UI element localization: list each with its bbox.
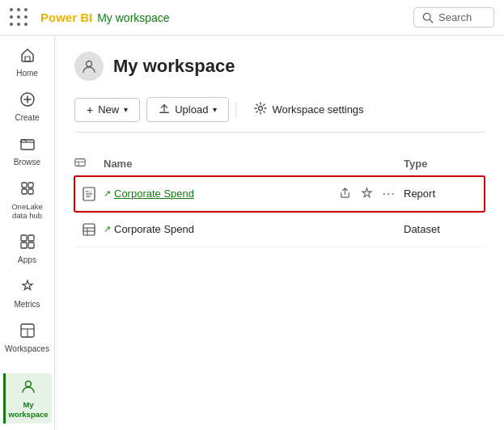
upload-button[interactable]: Upload ▾ <box>146 97 229 122</box>
sidebar-item-browse[interactable]: Browse <box>3 131 52 172</box>
sidebar-item-browse-label: Browse <box>14 158 40 167</box>
search-icon <box>422 12 434 23</box>
svg-rect-9 <box>22 189 27 194</box>
svg-rect-23 <box>75 159 85 167</box>
workspace-settings-button[interactable]: Workspace settings <box>243 97 375 122</box>
linked-indicator-2: ↗ <box>104 224 111 234</box>
svg-point-22 <box>259 107 263 111</box>
upload-icon <box>159 103 170 116</box>
toolbar: + New ▾ Upload ▾ <box>74 97 485 133</box>
sidebar-item-onelake-label: OneLake data hub <box>11 202 43 221</box>
svg-point-18 <box>26 382 32 387</box>
favorite-icon[interactable] <box>359 185 375 203</box>
brand-logo: Power BI <box>40 11 92 24</box>
svg-rect-8 <box>28 183 33 188</box>
table-header: Name Type <box>74 152 485 176</box>
page-header: My workspace <box>74 52 485 81</box>
sidebar-item-apps[interactable]: Apps <box>3 229 52 270</box>
sidebar-item-my-workspace[interactable]: My workspace <box>3 373 52 424</box>
table-row[interactable]: ↗ Corporate Spend Dataset <box>74 212 485 247</box>
create-icon <box>19 91 36 112</box>
app-launcher-icon[interactable] <box>10 8 29 27</box>
svg-point-19 <box>87 61 92 67</box>
row-name-2: ↗ Corporate Spend <box>104 223 404 235</box>
metrics-icon <box>19 278 36 298</box>
row-name-1: ↗ Corporate Spend <box>104 188 337 200</box>
svg-rect-2 <box>25 57 30 61</box>
browse-icon <box>19 136 36 156</box>
plus-icon: + <box>87 103 93 116</box>
upload-dropdown-icon: ▾ <box>213 105 217 114</box>
top-nav: Power BI My workspace Search <box>0 0 504 36</box>
workspace-settings-label: Workspace settings <box>272 103 363 116</box>
linked-indicator-1: ↗ <box>104 188 111 199</box>
sidebar-item-create[interactable]: Create <box>3 86 52 128</box>
row-name-text-2: Corporate Spend <box>114 223 194 235</box>
svg-rect-7 <box>22 183 27 188</box>
more-actions-icon[interactable]: ··· <box>381 185 397 203</box>
svg-rect-12 <box>28 235 34 241</box>
dataset-row-icon <box>74 222 104 237</box>
home-icon <box>19 47 36 67</box>
workspace-avatar <box>74 52 104 81</box>
col-name-header: Name <box>104 158 404 170</box>
sidebar-item-my-workspace-label: My workspace <box>8 400 48 419</box>
col-icon-header <box>74 157 104 171</box>
sidebar-item-metrics[interactable]: Metrics <box>3 273 52 314</box>
svg-line-1 <box>430 19 433 23</box>
main-layout: Home Create Browse <box>0 36 504 430</box>
upload-button-label: Upload <box>175 103 208 116</box>
row-actions-1: ··· <box>337 185 397 203</box>
report-row-icon <box>74 187 104 201</box>
table-row[interactable]: ↗ Corporate Spend ··· Report <box>74 176 485 212</box>
row-name-link-1[interactable]: Corporate Spend <box>114 188 194 200</box>
my-workspace-icon <box>20 378 36 398</box>
row-type-2: Dataset <box>404 223 485 235</box>
workspaces-icon <box>19 322 36 343</box>
col-type-header: Type <box>404 158 485 170</box>
sidebar-item-apps-label: Apps <box>18 255 36 265</box>
share-icon[interactable] <box>337 185 353 203</box>
sidebar: Home Create Browse <box>0 36 55 430</box>
new-button-label: New <box>98 103 119 116</box>
sidebar-item-onelake[interactable]: OneLake data hub <box>3 175 52 226</box>
apps-icon <box>19 234 36 254</box>
sidebar-item-home[interactable]: Home <box>3 42 52 83</box>
search-box[interactable]: Search <box>413 7 494 27</box>
workspace-breadcrumb[interactable]: My workspace <box>97 11 169 24</box>
new-button[interactable]: + New ▾ <box>74 98 140 122</box>
svg-rect-10 <box>28 189 33 194</box>
search-label: Search <box>438 11 472 23</box>
sidebar-item-metrics-label: Metrics <box>14 300 40 310</box>
new-dropdown-icon: ▾ <box>124 105 128 114</box>
svg-rect-6 <box>21 140 34 150</box>
row-type-1: Report <box>404 188 485 200</box>
svg-rect-14 <box>28 242 34 248</box>
svg-rect-31 <box>83 224 95 235</box>
gear-icon <box>254 102 267 117</box>
toolbar-divider <box>235 102 236 118</box>
onelake-icon <box>19 180 36 200</box>
svg-rect-13 <box>21 242 27 248</box>
sidebar-item-home-label: Home <box>16 69 38 78</box>
svg-rect-11 <box>21 235 27 241</box>
svg-rect-30 <box>88 190 92 193</box>
sidebar-item-workspaces-label: Workspaces <box>5 344 49 354</box>
content-area: My workspace + New ▾ Upload ▾ <box>55 36 504 430</box>
sidebar-item-create-label: Create <box>15 113 39 123</box>
page-title: My workspace <box>113 56 235 77</box>
sidebar-item-workspaces[interactable]: Workspaces <box>3 318 52 359</box>
